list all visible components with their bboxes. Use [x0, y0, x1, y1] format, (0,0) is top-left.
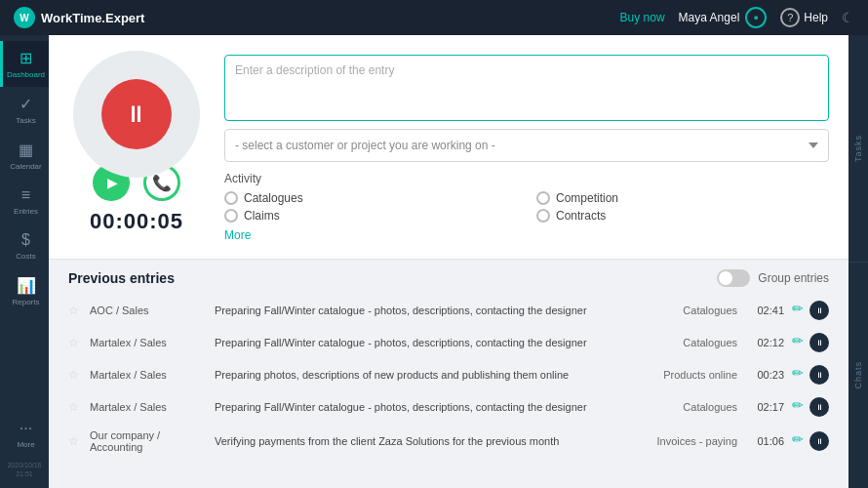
- entry-pause-button[interactable]: ⏸: [809, 431, 829, 451]
- timer-display: 00:00:05: [90, 209, 183, 234]
- entry-category: Products online: [630, 369, 737, 381]
- theme-toggle-icon[interactable]: ☾: [842, 10, 854, 25]
- entry-client: AOC / Sales: [90, 305, 207, 316]
- timer-circle-container: ⏸ ▶ 📞 00:00:05: [68, 51, 205, 234]
- entry-time: 02:12: [745, 337, 784, 348]
- activity-catalogues[interactable]: Catalogues: [224, 191, 517, 205]
- entry-category: Invoices - paying: [630, 435, 737, 447]
- pause-button[interactable]: ⏸: [101, 79, 172, 149]
- star-icon[interactable]: ☆: [68, 304, 82, 317]
- sidebar-item-costs[interactable]: $ Costs: [0, 224, 49, 268]
- entry-pause-button[interactable]: ⏸: [809, 301, 829, 320]
- sidebar-label-calendar: Calendar: [10, 162, 41, 171]
- star-icon[interactable]: ☆: [68, 434, 82, 448]
- sidebar-item-reports[interactable]: 📊 Reports: [0, 268, 49, 314]
- activity-competition-label: Competition: [556, 191, 618, 205]
- timer-section: ⏸ ▶ 📞 00:00:05 - select a customer or pr…: [49, 35, 848, 260]
- radio-contracts[interactable]: [536, 209, 550, 223]
- chats-panel[interactable]: Chats: [848, 262, 868, 489]
- entry-actions: ✏ ⏸: [792, 301, 829, 320]
- costs-icon: $: [21, 231, 30, 249]
- activity-catalogues-label: Catalogues: [244, 191, 303, 205]
- user-avatar: ●: [745, 7, 767, 28]
- activity-claims[interactable]: Claims: [224, 209, 517, 223]
- entry-category: Catalogues: [630, 337, 737, 348]
- entry-desc: Verifying payments from the client Zaza …: [215, 435, 622, 447]
- sidebar-item-dashboard[interactable]: ⊞ Dashboard: [0, 41, 49, 87]
- sidebar-date: 2020/10/1621:51: [5, 457, 43, 482]
- sidebar-label-tasks: Tasks: [16, 116, 35, 125]
- entry-pause-button[interactable]: ⏸: [809, 365, 829, 385]
- entries-title: Previous entries: [68, 270, 175, 286]
- help-icon: ?: [780, 8, 800, 27]
- chats-panel-label: Chats: [853, 361, 863, 389]
- table-row: ☆ Martalex / Sales Preparing Fall/Winter…: [68, 327, 829, 359]
- table-row: ☆ Martalex / Sales Preparing photos, des…: [68, 359, 829, 391]
- sidebar-label-entries: Entries: [14, 207, 38, 216]
- entry-pause-button[interactable]: ⏸: [809, 397, 829, 417]
- edit-icon[interactable]: ✏: [792, 365, 804, 385]
- star-icon[interactable]: ☆: [68, 336, 82, 349]
- table-row: ☆ Our company / Accounting Verifying pay…: [68, 424, 829, 460]
- edit-icon[interactable]: ✏: [792, 431, 804, 451]
- entry-client: Martalex / Sales: [90, 401, 207, 413]
- timer-outer-circle: ⏸: [73, 51, 200, 178]
- entries-section: Previous entries Group entries ☆ AOC / S…: [49, 260, 848, 488]
- entry-client: Martalex / Sales: [90, 369, 207, 381]
- logo-text: WorkTime.Expert: [41, 11, 144, 25]
- radio-claims[interactable]: [224, 209, 238, 223]
- calendar-icon: ▦: [19, 141, 33, 159]
- entry-client: Martalex / Sales: [90, 337, 207, 348]
- entry-desc: Preparing Fall/Winter catalogue - photos…: [215, 337, 622, 348]
- description-textarea[interactable]: [224, 55, 829, 121]
- help-button[interactable]: ? Help: [780, 8, 828, 27]
- app-header: W WorkTime.Expert Buy now Maya Angel ● ?…: [0, 0, 868, 35]
- header-right: Buy now Maya Angel ● ? Help ☾: [620, 7, 854, 28]
- group-entries-toggle[interactable]: Group entries: [717, 269, 829, 287]
- customer-select[interactable]: - select a customer or project you are w…: [224, 129, 829, 162]
- table-row: ☆ Martalex / Sales Preparing Fall/Winter…: [68, 391, 829, 424]
- toggle-knob: [719, 271, 732, 285]
- sidebar-item-more[interactable]: ··· More: [0, 412, 49, 457]
- entry-client: Our company / Accounting: [90, 429, 207, 453]
- entry-actions: ✏ ⏸: [792, 365, 829, 385]
- entry-actions: ✏ ⏸: [792, 397, 829, 417]
- tasks-panel[interactable]: Tasks: [848, 35, 868, 262]
- sidebar-item-tasks[interactable]: ✓ Tasks: [0, 87, 49, 133]
- entry-time: 00:23: [745, 369, 784, 381]
- sidebar-label-more: More: [17, 440, 34, 449]
- edit-icon[interactable]: ✏: [792, 397, 804, 417]
- tasks-icon: ✓: [20, 95, 32, 113]
- sidebar-label-reports: Reports: [12, 298, 39, 306]
- entries-header: Previous entries Group entries: [68, 269, 829, 287]
- more-activities-link[interactable]: More: [224, 228, 251, 242]
- edit-icon[interactable]: ✏: [792, 301, 804, 320]
- star-icon[interactable]: ☆: [68, 400, 82, 414]
- toggle-switch[interactable]: [717, 269, 750, 287]
- logo-icon: W: [14, 7, 35, 28]
- activity-grid: Catalogues Competition Claims Contr: [224, 191, 829, 223]
- activity-competition[interactable]: Competition: [536, 191, 829, 205]
- entries-icon: ≡: [21, 186, 30, 204]
- entry-category: Catalogues: [630, 305, 737, 316]
- sidebar-item-entries[interactable]: ≡ Entries: [0, 179, 49, 224]
- group-entries-label: Group entries: [758, 271, 829, 285]
- entry-pause-button[interactable]: ⏸: [809, 333, 829, 352]
- more-icon: ···: [20, 420, 32, 437]
- entry-desc: Preparing photos, descriptions of new pr…: [215, 369, 622, 381]
- sidebar-item-calendar[interactable]: ▦ Calendar: [0, 133, 49, 179]
- activity-contracts[interactable]: Contracts: [536, 209, 829, 223]
- entry-actions: ✏ ⏸: [792, 333, 829, 352]
- table-row: ☆ AOC / Sales Preparing Fall/Winter cata…: [68, 295, 829, 327]
- activity-claims-label: Claims: [244, 209, 280, 223]
- entry-desc: Preparing Fall/Winter catalogue - photos…: [215, 401, 622, 413]
- edit-icon[interactable]: ✏: [792, 333, 804, 352]
- activity-contracts-label: Contracts: [556, 209, 606, 223]
- logo: W WorkTime.Expert: [14, 7, 144, 28]
- buy-now-link[interactable]: Buy now: [620, 11, 665, 24]
- user-name: Maya Angel: [679, 11, 740, 24]
- radio-competition[interactable]: [536, 191, 550, 205]
- radio-catalogues[interactable]: [224, 191, 238, 205]
- star-icon[interactable]: ☆: [68, 368, 82, 382]
- dashboard-icon: ⊞: [20, 49, 32, 67]
